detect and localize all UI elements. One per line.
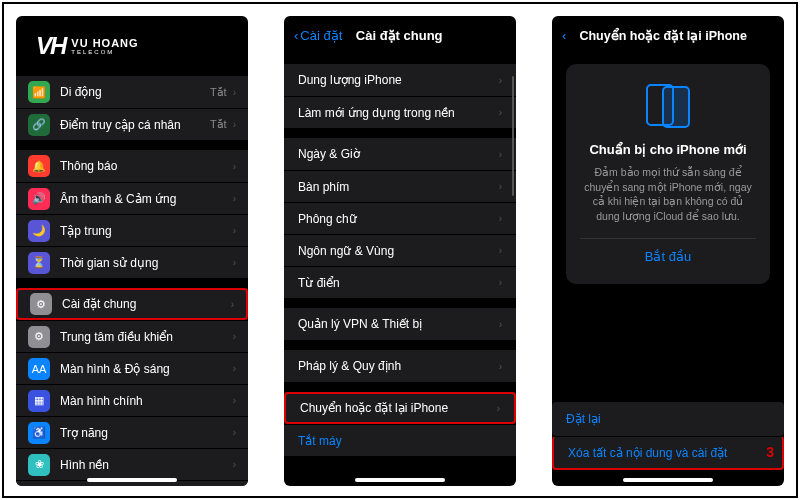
- row-status: Tắt: [210, 118, 227, 131]
- settings-row[interactable]: Pháp lý & Quy định›: [284, 350, 516, 382]
- transfer-phones-icon: [642, 84, 694, 128]
- row-icon: 🔊: [28, 188, 50, 210]
- row-label: Thông báo: [60, 159, 233, 173]
- settings-row[interactable]: Bàn phím›: [284, 170, 516, 202]
- settings-row[interactable]: 🔔Thông báo›: [16, 150, 248, 182]
- home-indicator[interactable]: [623, 478, 713, 482]
- settings-row[interactable]: ❀Hình nền›: [16, 448, 248, 480]
- reset-row[interactable]: Đặt lại: [552, 402, 784, 436]
- row-icon: 🌙: [28, 220, 50, 242]
- settings-row[interactable]: 🌙Tập trung›: [16, 214, 248, 246]
- chevron-right-icon: ›: [233, 193, 236, 204]
- nav-bar: ‹ Cài đặt Cài đặt chung: [284, 16, 516, 54]
- settings-row[interactable]: Chuyển hoặc đặt lại iPhone›: [284, 392, 516, 424]
- settings-row[interactable]: Tắt máy: [284, 424, 516, 456]
- card-title: Chuẩn bị cho iPhone mới: [580, 142, 756, 157]
- settings-row[interactable]: ♿Trợ năng›: [16, 416, 248, 448]
- settings-row[interactable]: Làm mới ứng dụng trong nền›: [284, 96, 516, 128]
- chevron-right-icon: ›: [499, 277, 502, 288]
- row-label: Trợ năng: [60, 426, 233, 440]
- screen-general: ‹ Cài đặt Cài đặt chung Dung lượng iPhon…: [284, 16, 516, 486]
- scrollbar[interactable]: [512, 76, 514, 196]
- row-label: Ngôn ngữ & Vùng: [298, 244, 499, 258]
- settings-row[interactable]: ▦Màn hình chính›: [16, 384, 248, 416]
- settings-row[interactable]: AAMàn hình & Độ sáng›: [16, 352, 248, 384]
- settings-row[interactable]: ⚙Trung tâm điều khiển›: [16, 320, 248, 352]
- row-label: Làm mới ứng dụng trong nền: [298, 106, 499, 120]
- row-icon: AA: [28, 358, 50, 380]
- screen-settings: 📶Di độngTắt›🔗Điểm truy cập cá nhânTắt› 🔔…: [16, 16, 248, 486]
- row-label: Hình nền: [60, 458, 233, 472]
- erase-label: Xóa tất cả nội dung và cài đặt: [568, 446, 727, 460]
- page-title: Chuyển hoặc đặt lại iPhone: [552, 28, 774, 43]
- row-label: Âm thanh & Cảm ứng: [60, 192, 233, 206]
- chevron-right-icon: ›: [233, 331, 236, 342]
- card-subtitle: Đảm bảo mọi thứ sẵn sàng để chuyển sang …: [580, 165, 756, 224]
- row-icon: 📶: [28, 81, 50, 103]
- row-label: Cài đặt chung: [62, 297, 231, 311]
- settings-row[interactable]: 🔊Âm thanh & Cảm ứng›: [16, 182, 248, 214]
- chevron-right-icon: ›: [497, 403, 500, 414]
- nav-bar: ‹ Chuyển hoặc đặt lại iPhone: [552, 16, 784, 54]
- chevron-right-icon: ›: [233, 363, 236, 374]
- chevron-right-icon: ›: [499, 149, 502, 160]
- row-status: Tắt: [210, 86, 227, 99]
- row-icon: ▦: [28, 390, 50, 412]
- settings-row[interactable]: Dung lượng iPhone›: [284, 64, 516, 96]
- chevron-right-icon: ›: [499, 107, 502, 118]
- logo-mark-icon: VH: [36, 32, 65, 60]
- row-icon: ❀: [28, 454, 50, 476]
- get-started-button[interactable]: Bắt đầu: [580, 238, 756, 264]
- chevron-right-icon: ›: [233, 225, 236, 236]
- row-label: Quản lý VPN & Thiết bị: [298, 317, 499, 331]
- chevron-right-icon: ›: [499, 213, 502, 224]
- erase-all-row[interactable]: Xóa tất cả nội dung và cài đặt: [552, 436, 784, 470]
- settings-row[interactable]: Quản lý VPN & Thiết bị›: [284, 308, 516, 340]
- row-label: Chuyển hoặc đặt lại iPhone: [300, 401, 497, 415]
- row-label: Trung tâm điều khiển: [60, 330, 233, 344]
- row-label: Tắt máy: [298, 434, 502, 448]
- reset-label: Đặt lại: [566, 412, 601, 426]
- settings-row[interactable]: ⚙Cài đặt chung›: [16, 288, 248, 320]
- chevron-right-icon: ›: [233, 395, 236, 406]
- chevron-right-icon: ›: [233, 161, 236, 172]
- row-icon: ♿: [28, 422, 50, 444]
- settings-row[interactable]: Ngôn ngữ & Vùng›: [284, 234, 516, 266]
- chevron-right-icon: ›: [233, 119, 236, 130]
- chevron-right-icon: ›: [499, 319, 502, 330]
- settings-row[interactable]: Từ điển›: [284, 266, 516, 298]
- home-indicator[interactable]: [87, 478, 177, 482]
- row-icon: 🔔: [28, 155, 50, 177]
- chevron-right-icon: ›: [499, 181, 502, 192]
- row-label: Tập trung: [60, 224, 233, 238]
- brand-logo: VH VU HOANG TELECOM: [36, 32, 139, 60]
- row-label: Từ điển: [298, 276, 499, 290]
- logo-brand: VU HOANG: [71, 37, 138, 49]
- row-icon: 🔗: [28, 114, 50, 136]
- chevron-right-icon: ›: [233, 257, 236, 268]
- chevron-right-icon: ›: [499, 75, 502, 86]
- row-label: Dung lượng iPhone: [298, 73, 499, 87]
- row-icon: ⚙: [28, 326, 50, 348]
- row-icon: ⚙: [30, 293, 52, 315]
- screen-transfer-reset: ‹ Chuyển hoặc đặt lại iPhone Chuẩn bị ch…: [552, 16, 784, 486]
- chevron-right-icon: ›: [233, 459, 236, 470]
- row-label: Điểm truy cập cá nhân: [60, 118, 210, 132]
- home-indicator[interactable]: [355, 478, 445, 482]
- settings-row[interactable]: 🔗Điểm truy cập cá nhânTắt›: [16, 108, 248, 140]
- row-label: Bàn phím: [298, 180, 499, 194]
- row-icon: ◉: [28, 486, 50, 487]
- chevron-right-icon: ›: [233, 427, 236, 438]
- row-label: Phông chữ: [298, 212, 499, 226]
- settings-row[interactable]: 📶Di độngTắt›: [16, 76, 248, 108]
- chevron-right-icon: ›: [499, 245, 502, 256]
- page-title: Cài đặt chung: [292, 28, 506, 43]
- chevron-right-icon: ›: [231, 299, 234, 310]
- row-label: Màn hình & Độ sáng: [60, 362, 233, 376]
- settings-row[interactable]: ⏳Thời gian sử dụng›: [16, 246, 248, 278]
- settings-row[interactable]: Ngày & Giờ›: [284, 138, 516, 170]
- row-label: Pháp lý & Quy định: [298, 359, 499, 373]
- logo-sub: TELECOM: [71, 49, 138, 55]
- settings-row[interactable]: Phông chữ›: [284, 202, 516, 234]
- row-label: Màn hình chính: [60, 394, 233, 408]
